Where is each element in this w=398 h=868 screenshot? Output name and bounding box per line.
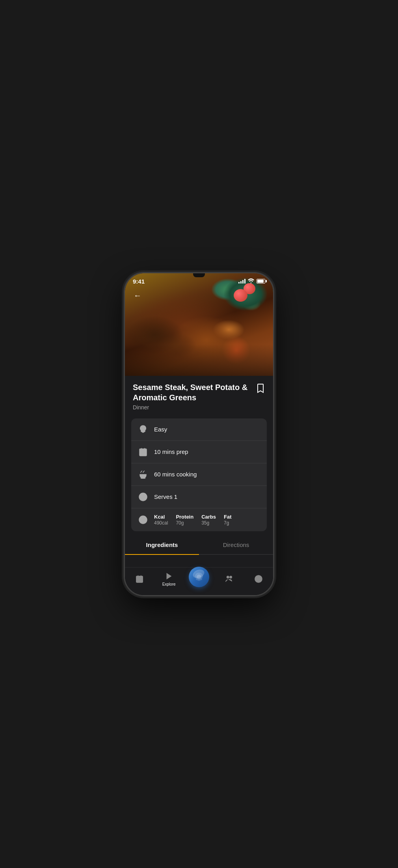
protein-value: 70g bbox=[176, 520, 193, 526]
tabs-section: Ingredients Directions bbox=[125, 536, 273, 555]
info-card: Easy bbox=[131, 418, 267, 531]
svg-point-38 bbox=[230, 576, 232, 578]
bookmark-button[interactable] bbox=[254, 382, 267, 395]
cooking-time-row: 60 mins cooking bbox=[131, 463, 267, 486]
protein-label: Protein bbox=[176, 514, 193, 520]
difficulty-icon bbox=[138, 424, 149, 435]
phone-screen: 9:41 bbox=[125, 273, 273, 595]
protein-item: Protein 70g bbox=[176, 514, 193, 526]
tab-directions-label: Directions bbox=[223, 541, 249, 548]
serves-icon bbox=[138, 491, 149, 502]
fat-label: Fat bbox=[224, 514, 232, 520]
svg-point-0 bbox=[250, 282, 251, 283]
recipe-header: Sesame Steak, Sweet Potato & Aromatic Gr… bbox=[125, 376, 273, 415]
community-icon bbox=[224, 574, 234, 584]
nutrition-icon bbox=[138, 514, 149, 525]
cooking-icon bbox=[138, 469, 149, 480]
status-icons bbox=[238, 278, 265, 284]
screen-content[interactable]: ← Sesame Steak, Sweet Potato & Aromatic … bbox=[125, 273, 273, 567]
nav-explore[interactable]: Explore bbox=[160, 571, 179, 586]
notch bbox=[193, 273, 205, 277]
fat-item: Fat 7g bbox=[224, 514, 232, 526]
tabs-row: Ingredients Directions bbox=[125, 536, 273, 555]
recipe-category: Dinner bbox=[133, 404, 265, 411]
nav-community[interactable] bbox=[219, 574, 238, 584]
phone-device: 9:41 bbox=[124, 273, 274, 596]
back-arrow-icon: ← bbox=[134, 291, 141, 299]
hero-image bbox=[125, 273, 273, 376]
hero-section: ← bbox=[125, 273, 273, 376]
signal-icon bbox=[238, 279, 245, 284]
bottom-nav: Explore bbox=[125, 567, 273, 595]
kcal-label: Kcal bbox=[154, 514, 168, 520]
nav-add[interactable] bbox=[249, 574, 268, 584]
tab-ingredients-label: Ingredients bbox=[146, 541, 178, 548]
svg-rect-26 bbox=[136, 576, 143, 582]
battery-icon bbox=[257, 279, 265, 284]
svg-marker-35 bbox=[166, 573, 171, 579]
tab-ingredients[interactable]: Ingredients bbox=[125, 536, 199, 554]
fat-value: 7g bbox=[224, 520, 232, 526]
nutrition-row: Kcal 490cal Protein 70g Carbs 35g Fat bbox=[131, 508, 267, 531]
add-circle-icon bbox=[254, 574, 263, 584]
back-button[interactable]: ← bbox=[131, 289, 144, 302]
kcal-item: Kcal 490cal bbox=[154, 514, 168, 526]
difficulty-row: Easy bbox=[131, 418, 267, 441]
nav-center-button[interactable] bbox=[189, 567, 209, 587]
bookmark-icon bbox=[257, 384, 264, 393]
nav-calendar[interactable] bbox=[130, 574, 149, 584]
carbs-item: Carbs 35g bbox=[201, 514, 216, 526]
wifi-icon bbox=[248, 278, 254, 284]
svg-point-37 bbox=[227, 576, 229, 578]
explore-label: Explore bbox=[162, 582, 176, 586]
prep-time-row: 10 mins prep bbox=[131, 441, 267, 463]
nutrition-values: Kcal 490cal Protein 70g Carbs 35g Fat bbox=[154, 514, 260, 526]
svg-point-36 bbox=[197, 575, 201, 579]
kcal-value: 490cal bbox=[154, 520, 168, 526]
serves-text: Serves 1 bbox=[154, 493, 177, 500]
recipe-title: Sesame Steak, Sweet Potato & Aromatic Gr… bbox=[133, 382, 265, 403]
carbs-value: 35g bbox=[201, 520, 216, 526]
svg-point-18 bbox=[142, 496, 144, 498]
home-ball-icon bbox=[194, 572, 204, 582]
status-time: 9:41 bbox=[133, 278, 145, 285]
carbs-label: Carbs bbox=[201, 514, 216, 520]
tab-directions[interactable]: Directions bbox=[199, 536, 273, 554]
prep-time-text: 10 mins prep bbox=[154, 448, 188, 455]
prep-icon bbox=[138, 446, 149, 457]
difficulty-text: Easy bbox=[154, 426, 167, 433]
serves-row: Serves 1 bbox=[131, 486, 267, 508]
explore-play-icon bbox=[164, 571, 174, 581]
calendar-icon bbox=[135, 574, 144, 584]
cooking-time-text: 60 mins cooking bbox=[154, 471, 197, 478]
